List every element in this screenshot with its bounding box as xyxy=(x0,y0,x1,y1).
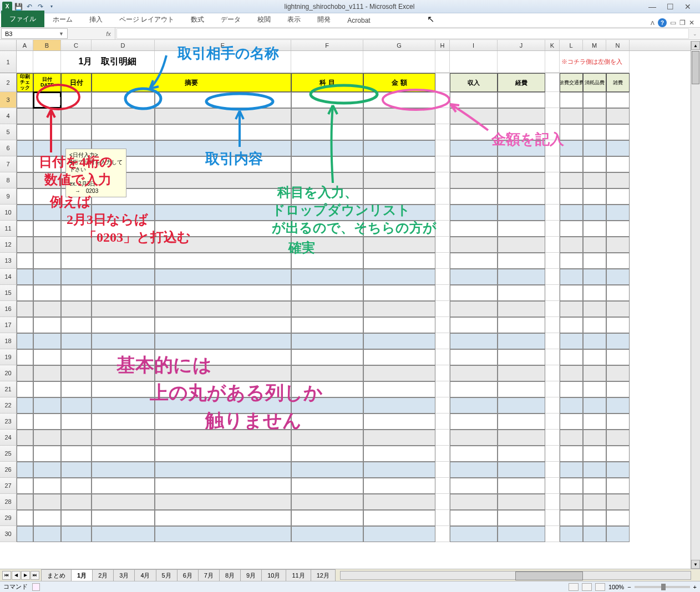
cell[interactable] xyxy=(17,526,33,542)
sheet-tab-6月[interactable]: 6月 xyxy=(177,569,199,581)
sheet-tab-3月[interactable]: 3月 xyxy=(113,569,135,581)
formula-input[interactable] xyxy=(116,28,689,39)
cell[interactable] xyxy=(61,285,92,301)
cell[interactable] xyxy=(33,478,61,494)
cell[interactable] xyxy=(92,478,155,494)
cell[interactable] xyxy=(291,108,363,124)
cell[interactable] xyxy=(560,188,583,205)
cell[interactable] xyxy=(291,478,363,494)
cell[interactable] xyxy=(61,237,92,253)
cell[interactable] xyxy=(363,317,435,333)
cell[interactable] xyxy=(606,285,630,301)
cell[interactable] xyxy=(450,317,498,333)
cell[interactable] xyxy=(560,526,583,542)
cell[interactable] xyxy=(17,462,33,478)
cell[interactable] xyxy=(291,414,363,430)
cell[interactable] xyxy=(291,205,363,221)
cell[interactable] xyxy=(291,446,363,462)
row-header-20[interactable]: 20 xyxy=(0,365,17,381)
cell[interactable] xyxy=(61,221,92,237)
cell[interactable] xyxy=(450,92,498,108)
doc-minimize-icon[interactable]: ▭ xyxy=(670,19,676,27)
cell[interactable] xyxy=(92,92,155,108)
cell[interactable] xyxy=(545,237,560,253)
cell[interactable] xyxy=(155,188,291,205)
cell[interactable] xyxy=(92,526,155,542)
cell[interactable] xyxy=(363,140,435,156)
macro-record-icon[interactable] xyxy=(32,583,40,591)
cell[interactable] xyxy=(583,253,606,269)
cell[interactable] xyxy=(17,92,33,108)
row-header-14[interactable]: 14 xyxy=(0,269,17,285)
save-icon[interactable]: 💾 xyxy=(13,2,23,12)
row-header-25[interactable]: 25 xyxy=(0,446,17,462)
cell[interactable] xyxy=(155,333,291,349)
cell[interactable] xyxy=(363,172,435,188)
cell[interactable] xyxy=(450,205,498,221)
cell[interactable] xyxy=(33,397,61,414)
cell[interactable] xyxy=(545,221,560,237)
cell[interactable] xyxy=(498,156,545,172)
cell[interactable] xyxy=(92,237,155,253)
cell[interactable] xyxy=(33,156,61,172)
row-header-19[interactable]: 19 xyxy=(0,349,17,365)
cell[interactable] xyxy=(498,253,545,269)
row-header-21[interactable]: 21 xyxy=(0,381,17,397)
cell[interactable] xyxy=(61,301,92,317)
col-header-A[interactable]: A xyxy=(17,40,33,50)
cell[interactable] xyxy=(560,333,583,349)
cell[interactable] xyxy=(560,221,583,237)
cell[interactable] xyxy=(92,221,155,237)
horizontal-scrollbar[interactable] xyxy=(340,571,691,580)
cell[interactable] xyxy=(498,285,545,301)
cell[interactable] xyxy=(291,156,363,172)
cell[interactable] xyxy=(450,349,498,365)
cell[interactable] xyxy=(291,365,363,381)
cell[interactable] xyxy=(363,92,435,108)
vertical-scrollbar[interactable]: ▲ ▼ xyxy=(691,41,700,569)
cell[interactable] xyxy=(363,188,435,205)
cell[interactable] xyxy=(61,381,92,397)
cell[interactable] xyxy=(17,237,33,253)
tab-home[interactable]: ホーム xyxy=(44,12,81,27)
cell[interactable] xyxy=(450,365,498,381)
cell[interactable] xyxy=(291,253,363,269)
cell[interactable] xyxy=(583,510,606,526)
cell[interactable] xyxy=(291,526,363,542)
doc-close-icon[interactable]: ✕ xyxy=(689,19,694,27)
cell[interactable] xyxy=(435,414,450,430)
col-header-N[interactable]: N xyxy=(606,40,630,50)
cell[interactable] xyxy=(155,253,291,269)
cell[interactable] xyxy=(545,365,560,381)
row-header-27[interactable]: 27 xyxy=(0,478,17,494)
cell[interactable] xyxy=(435,510,450,526)
cell[interactable] xyxy=(435,269,450,285)
cell[interactable] xyxy=(291,221,363,237)
cell[interactable] xyxy=(61,317,92,333)
cell[interactable] xyxy=(498,462,545,478)
cell[interactable] xyxy=(583,414,606,430)
cell[interactable] xyxy=(155,156,291,172)
cell[interactable] xyxy=(583,269,606,285)
cell[interactable] xyxy=(498,510,545,526)
cell[interactable] xyxy=(33,253,61,269)
cell[interactable] xyxy=(450,188,498,205)
row-header-9[interactable]: 9 xyxy=(0,188,17,205)
cell[interactable] xyxy=(155,478,291,494)
cell[interactable] xyxy=(61,462,92,478)
cell[interactable] xyxy=(61,253,92,269)
cell[interactable] xyxy=(17,333,33,349)
row-header-7[interactable]: 7 xyxy=(0,156,17,172)
cell[interactable] xyxy=(363,349,435,365)
row-header-5[interactable]: 5 xyxy=(0,124,17,140)
cell[interactable] xyxy=(61,397,92,414)
cell[interactable] xyxy=(583,156,606,172)
cell[interactable] xyxy=(291,462,363,478)
cell[interactable] xyxy=(92,510,155,526)
sheet-tab-12月[interactable]: 12月 xyxy=(311,569,336,581)
cell[interactable] xyxy=(498,365,545,381)
cell[interactable] xyxy=(92,381,155,397)
cell[interactable] xyxy=(583,221,606,237)
cell[interactable] xyxy=(92,397,155,414)
cell[interactable] xyxy=(545,333,560,349)
